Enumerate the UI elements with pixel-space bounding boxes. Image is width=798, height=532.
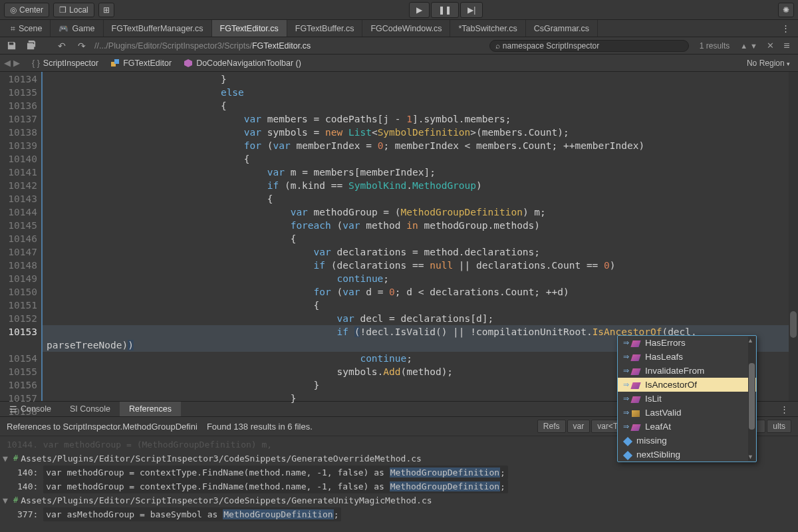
autocomplete-popup[interactable]: ⇒HasErrors⇒HasLeafs⇒InvalidateFrom⇒IsAnc… [617, 335, 757, 462]
code-line[interactable]: var decl = declarations[d]; [43, 312, 798, 325]
code-line[interactable]: { [43, 299, 798, 312]
tab-fgcodewindow-cs[interactable]: FGCodeWindow.cs [362, 20, 450, 37]
tab-scene[interactable]: ⌗Scene [3, 20, 51, 37]
member-arrow-icon: ⇒ [623, 352, 629, 361]
autocomplete-label: HasErrors [645, 338, 686, 348]
scroll-thumb[interactable] [790, 311, 797, 338]
filter-pill[interactable]: Refs [537, 420, 566, 433]
region-dropdown[interactable]: No Region ▾ [747, 59, 794, 68]
code-line[interactable]: { [43, 232, 798, 245]
tab-fgtexteditor-cs[interactable]: FGTextEditor.cs [212, 20, 287, 37]
autocomplete-item[interactable]: ⇒LastValid [618, 406, 756, 420]
code-line[interactable]: foreach (var method in methodGroup.metho… [43, 219, 798, 232]
pause-button[interactable]: ❚❚ [431, 2, 459, 18]
search-next-icon[interactable]: ▼ [749, 42, 759, 50]
refs-result-row[interactable]: 140: var methodGroup = contextType.FindN… [3, 479, 795, 493]
code-line[interactable]: var members = codePaths[j - 1].symbol.me… [43, 112, 798, 126]
scroll-down-icon[interactable]: ▼ [747, 454, 753, 460]
play-button[interactable]: ▶ [409, 2, 430, 18]
code-line[interactable]: var methodGroup = (MethodGroupDefinition… [43, 205, 798, 219]
breadcrumb[interactable]: //.../Plugins/Editor/ScriptInspector3/Sc… [94, 41, 311, 51]
autocomplete-item[interactable]: ⇒LeafAt [618, 420, 756, 434]
autocomplete-item[interactable]: ⇒IsAncestorOf [618, 378, 756, 392]
nav-back-icon[interactable]: ◀ [4, 58, 11, 68]
scroll-up-icon[interactable]: ▲ [747, 337, 753, 344]
result-code: var methodGroup = contextType.FindName(m… [43, 479, 508, 493]
redo-button[interactable]: ↷ [74, 39, 89, 53]
crumb-class[interactable]: FGTextEditor [106, 59, 176, 68]
svg-rect-1 [114, 59, 119, 64]
fold-icon[interactable]: ▼ [3, 452, 11, 466]
code-line[interactable]: if (declarations == null || declarations… [43, 259, 798, 272]
center-icon: ◎ [10, 5, 17, 15]
autocomplete-scrollbar[interactable]: ▲ ▼ [748, 336, 755, 461]
refs-result-row[interactable]: 140: var methodGroup = contextType.FindN… [3, 466, 795, 479]
code-line[interactable]: var declarations = method.declarations; [43, 245, 798, 259]
filter-pill[interactable]: var [567, 420, 591, 433]
tab-csgrammar-cs[interactable]: CsGrammar.cs [526, 20, 598, 37]
code-line[interactable]: var m = members[memberIndex]; [43, 166, 798, 179]
region-label: No Region [747, 59, 785, 68]
code-line[interactable]: var symbols = new List<SymbolDefinition>… [43, 126, 798, 139]
search-prev-icon[interactable]: ▲ [739, 42, 749, 50]
editor-scrollbar[interactable] [789, 72, 798, 401]
code-line[interactable]: for (var memberIndex = 0; memberIndex < … [43, 139, 798, 152]
code-line[interactable]: continue; [43, 272, 798, 285]
tab-game[interactable]: 🎮Game [51, 20, 103, 37]
grid-snap-button[interactable]: ⊞ [98, 3, 114, 17]
save-button[interactable] [4, 39, 19, 53]
settings-button[interactable]: ✺ [778, 3, 794, 17]
code-line[interactable]: else [43, 86, 798, 99]
autocomplete-item[interactable]: nextSibling [618, 448, 756, 462]
autocomplete-item[interactable]: ⇒HasLeafs [618, 350, 756, 364]
member-arrow-icon: ⇒ [623, 422, 629, 431]
refs-result-row[interactable]: 377: var asMethodGroup = baseSymbol as M… [3, 507, 795, 521]
code-line[interactable]: } [43, 72, 798, 86]
search-input[interactable]: ⌕ namespace ScriptInspector [489, 40, 689, 52]
top-toolbar: ◎ Center ❒ Local ⊞ ▶ ❚❚ ▶| ✺ [0, 0, 798, 20]
search-close-icon[interactable]: ✕ [767, 41, 774, 51]
tab--tabswitcher-cs[interactable]: *TabSwitcher.cs [450, 20, 525, 37]
filter-pill[interactable]: ults [767, 420, 791, 433]
field-icon [623, 437, 632, 445]
autocomplete-item[interactable]: missing [618, 434, 756, 448]
grid-icon: ⊞ [103, 5, 110, 15]
autocomplete-label: missing [636, 436, 667, 446]
crumb-label: ScriptInspector [43, 59, 98, 68]
center-button[interactable]: ◎ Center [4, 3, 49, 17]
property-icon [632, 395, 641, 403]
field-icon [623, 451, 632, 459]
autocomplete-label: LastValid [645, 408, 682, 418]
nav-fwd-icon[interactable]: ▶ [13, 58, 20, 68]
refs-file-row[interactable]: ▼#Assets/Plugins/Editor/ScriptInspector3… [3, 493, 795, 507]
search-menu-icon[interactable]: ≡ [779, 39, 794, 53]
crumb-namespace[interactable]: { } ScriptInspector [28, 59, 102, 68]
code-line[interactable]: for (var d = 0; d < declarations.Count; … [43, 285, 798, 299]
code-line[interactable]: { [43, 99, 798, 112]
autocomplete-label: IsAncestorOf [645, 380, 697, 390]
pause-icon: ❚❚ [438, 5, 452, 15]
step-button[interactable]: ▶| [460, 2, 483, 18]
crumb-method[interactable]: DoCodeNavigationToolbar () [180, 59, 305, 68]
save-all-button[interactable] [24, 39, 39, 53]
file-path: Assets/Plugins/Editor/ScriptInspector3/C… [21, 452, 422, 466]
autocomplete-label: LeafAt [645, 422, 671, 432]
code-line[interactable]: if (m.kind == SymbolKind.MethodGroup) [43, 179, 798, 192]
undo-button[interactable]: ↶ [55, 39, 69, 53]
member-arrow-icon: ⇒ [623, 380, 629, 389]
fold-icon[interactable]: ▼ [3, 493, 11, 507]
autocomplete-item[interactable]: ⇒InvalidateFrom [618, 364, 756, 378]
autocomplete-item[interactable]: ⇒IsLit [618, 392, 756, 406]
scroll-thumb[interactable] [749, 363, 755, 430]
autocomplete-item[interactable]: ⇒HasErrors [618, 336, 756, 350]
refs-title: References to ScriptInspector.MethodGrou… [7, 422, 198, 432]
code-nav-bar: ◀ ▶ { } ScriptInspector FGTextEditor DoC… [0, 55, 798, 72]
tab-fgtextbuffer-cs[interactable]: FGTextBuffer.cs [287, 20, 363, 37]
line-number: 140: [17, 467, 38, 477]
tab-fgtextbuffermanager-cs[interactable]: FGTextBufferManager.cs [104, 20, 212, 37]
code-line[interactable]: { [43, 192, 798, 205]
tabs-overflow-icon[interactable]: ⋮ [773, 20, 798, 37]
line-number: 377: [17, 509, 38, 519]
local-button[interactable]: ❒ Local [53, 3, 94, 17]
code-line[interactable]: { [43, 152, 798, 166]
